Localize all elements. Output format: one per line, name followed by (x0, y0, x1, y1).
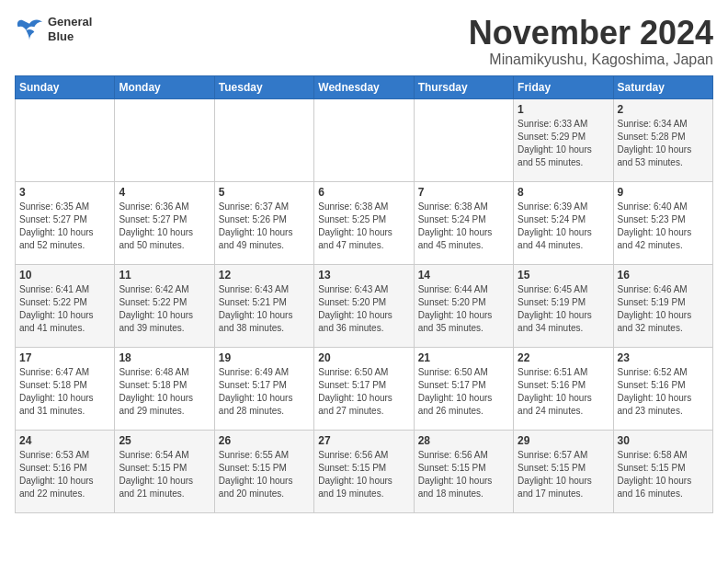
day-info: Sunrise: 6:41 AM Sunset: 5:22 PM Dayligh… (19, 283, 110, 335)
calendar-header-row: SundayMondayTuesdayWednesdayThursdayFrid… (16, 75, 713, 98)
day-number: 22 (518, 351, 609, 364)
calendar-day-cell: 9Sunrise: 6:40 AM Sunset: 5:23 PM Daylig… (613, 181, 712, 264)
calendar-day-cell: 18Sunrise: 6:48 AM Sunset: 5:18 PM Dayli… (115, 347, 214, 430)
day-number: 10 (19, 269, 110, 282)
calendar-day-cell: 29Sunrise: 6:57 AM Sunset: 5:15 PM Dayli… (514, 430, 613, 512)
day-info: Sunrise: 6:50 AM Sunset: 5:17 PM Dayligh… (318, 366, 409, 418)
calendar-day-cell: 11Sunrise: 6:42 AM Sunset: 5:22 PM Dayli… (115, 264, 214, 347)
location-title: Minamikyushu, Kagoshima, Japan (469, 52, 713, 68)
day-number: 2 (618, 103, 709, 116)
day-number: 15 (518, 269, 609, 282)
day-info: Sunrise: 6:36 AM Sunset: 5:27 PM Dayligh… (119, 201, 210, 252)
day-info: Sunrise: 6:52 AM Sunset: 5:16 PM Dayligh… (618, 366, 709, 418)
day-number: 25 (119, 434, 210, 447)
calendar-day-cell (314, 98, 414, 181)
day-number: 8 (518, 186, 609, 199)
day-number: 3 (19, 186, 110, 199)
weekday-header: Monday (115, 75, 214, 98)
calendar-day-cell: 23Sunrise: 6:52 AM Sunset: 5:16 PM Dayli… (613, 347, 712, 430)
day-info: Sunrise: 6:50 AM Sunset: 5:17 PM Dayligh… (418, 366, 509, 418)
calendar-week-row: 24Sunrise: 6:53 AM Sunset: 5:16 PM Dayli… (16, 430, 713, 512)
weekday-header: Friday (514, 75, 613, 98)
calendar-day-cell: 13Sunrise: 6:43 AM Sunset: 5:20 PM Dayli… (314, 264, 414, 347)
logo: General Blue (15, 15, 92, 43)
calendar-day-cell: 10Sunrise: 6:41 AM Sunset: 5:22 PM Dayli… (16, 264, 115, 347)
day-number: 5 (219, 186, 310, 199)
day-number: 23 (618, 351, 709, 364)
day-number: 6 (318, 186, 409, 199)
weekday-header: Thursday (414, 75, 513, 98)
calendar-day-cell: 14Sunrise: 6:44 AM Sunset: 5:20 PM Dayli… (414, 264, 513, 347)
calendar-day-cell: 6Sunrise: 6:38 AM Sunset: 5:25 PM Daylig… (314, 181, 414, 264)
day-number: 1 (518, 103, 609, 116)
weekday-header: Wednesday (314, 75, 414, 98)
day-info: Sunrise: 6:55 AM Sunset: 5:15 PM Dayligh… (219, 449, 310, 500)
calendar-day-cell: 12Sunrise: 6:43 AM Sunset: 5:21 PM Dayli… (214, 264, 313, 347)
day-number: 21 (418, 351, 509, 364)
month-title: November 2024 (469, 15, 713, 52)
day-info: Sunrise: 6:38 AM Sunset: 5:25 PM Dayligh… (318, 201, 409, 252)
day-info: Sunrise: 6:34 AM Sunset: 5:28 PM Dayligh… (618, 118, 709, 169)
day-info: Sunrise: 6:33 AM Sunset: 5:29 PM Dayligh… (518, 118, 609, 169)
day-info: Sunrise: 6:51 AM Sunset: 5:16 PM Dayligh… (518, 366, 609, 418)
calendar-day-cell: 15Sunrise: 6:45 AM Sunset: 5:19 PM Dayli… (514, 264, 613, 347)
day-info: Sunrise: 6:43 AM Sunset: 5:20 PM Dayligh… (318, 283, 409, 335)
calendar-day-cell (16, 98, 115, 181)
day-number: 29 (518, 434, 609, 447)
weekday-header: Sunday (16, 75, 115, 98)
calendar-day-cell: 20Sunrise: 6:50 AM Sunset: 5:17 PM Dayli… (314, 347, 414, 430)
day-info: Sunrise: 6:54 AM Sunset: 5:15 PM Dayligh… (119, 449, 210, 500)
day-info: Sunrise: 6:46 AM Sunset: 5:19 PM Dayligh… (618, 283, 709, 335)
day-number: 17 (19, 351, 110, 364)
day-info: Sunrise: 6:47 AM Sunset: 5:18 PM Dayligh… (19, 366, 110, 418)
day-number: 28 (418, 434, 509, 447)
calendar-day-cell (214, 98, 313, 181)
day-number: 26 (219, 434, 310, 447)
day-info: Sunrise: 6:37 AM Sunset: 5:26 PM Dayligh… (219, 201, 310, 252)
weekday-header: Tuesday (214, 75, 313, 98)
day-info: Sunrise: 6:38 AM Sunset: 5:24 PM Dayligh… (418, 201, 509, 252)
day-number: 30 (618, 434, 709, 447)
calendar-day-cell: 30Sunrise: 6:58 AM Sunset: 5:15 PM Dayli… (613, 430, 712, 512)
weekday-header: Saturday (613, 75, 712, 98)
logo-line1: General (48, 15, 92, 29)
day-number: 7 (418, 186, 509, 199)
calendar-day-cell: 26Sunrise: 6:55 AM Sunset: 5:15 PM Dayli… (214, 430, 313, 512)
calendar-day-cell: 17Sunrise: 6:47 AM Sunset: 5:18 PM Dayli… (16, 347, 115, 430)
day-number: 20 (318, 351, 409, 364)
calendar-day-cell: 22Sunrise: 6:51 AM Sunset: 5:16 PM Dayli… (514, 347, 613, 430)
day-info: Sunrise: 6:39 AM Sunset: 5:24 PM Dayligh… (518, 201, 609, 252)
page-header: General Blue November 2024 Minamikyushu,… (15, 15, 713, 68)
day-number: 12 (219, 269, 310, 282)
calendar-day-cell: 8Sunrise: 6:39 AM Sunset: 5:24 PM Daylig… (514, 181, 613, 264)
calendar-day-cell (414, 98, 513, 181)
logo-line2: Blue (48, 29, 92, 44)
day-number: 14 (418, 269, 509, 282)
day-info: Sunrise: 6:56 AM Sunset: 5:15 PM Dayligh… (418, 449, 509, 500)
calendar-body: 1Sunrise: 6:33 AM Sunset: 5:29 PM Daylig… (16, 98, 713, 512)
day-number: 4 (119, 186, 210, 199)
calendar-day-cell: 16Sunrise: 6:46 AM Sunset: 5:19 PM Dayli… (613, 264, 712, 347)
day-info: Sunrise: 6:44 AM Sunset: 5:20 PM Dayligh… (418, 283, 509, 335)
day-number: 24 (19, 434, 110, 447)
day-number: 9 (618, 186, 709, 199)
day-info: Sunrise: 6:42 AM Sunset: 5:22 PM Dayligh… (119, 283, 210, 335)
calendar-day-cell: 24Sunrise: 6:53 AM Sunset: 5:16 PM Dayli… (16, 430, 115, 512)
day-info: Sunrise: 6:45 AM Sunset: 5:19 PM Dayligh… (518, 283, 609, 335)
calendar-day-cell: 27Sunrise: 6:56 AM Sunset: 5:15 PM Dayli… (314, 430, 414, 512)
day-number: 13 (318, 269, 409, 282)
calendar-day-cell: 3Sunrise: 6:35 AM Sunset: 5:27 PM Daylig… (16, 181, 115, 264)
calendar-day-cell: 5Sunrise: 6:37 AM Sunset: 5:26 PM Daylig… (214, 181, 313, 264)
day-info: Sunrise: 6:43 AM Sunset: 5:21 PM Dayligh… (219, 283, 310, 335)
day-info: Sunrise: 6:57 AM Sunset: 5:15 PM Dayligh… (518, 449, 609, 500)
calendar-week-row: 17Sunrise: 6:47 AM Sunset: 5:18 PM Dayli… (16, 347, 713, 430)
calendar-week-row: 10Sunrise: 6:41 AM Sunset: 5:22 PM Dayli… (16, 264, 713, 347)
calendar-day-cell: 19Sunrise: 6:49 AM Sunset: 5:17 PM Dayli… (214, 347, 313, 430)
calendar-day-cell: 2Sunrise: 6:34 AM Sunset: 5:28 PM Daylig… (613, 98, 712, 181)
calendar-table: SundayMondayTuesdayWednesdayThursdayFrid… (15, 75, 713, 513)
day-info: Sunrise: 6:58 AM Sunset: 5:15 PM Dayligh… (618, 449, 709, 500)
calendar-day-cell: 4Sunrise: 6:36 AM Sunset: 5:27 PM Daylig… (115, 181, 214, 264)
calendar-day-cell: 7Sunrise: 6:38 AM Sunset: 5:24 PM Daylig… (414, 181, 513, 264)
day-number: 16 (618, 269, 709, 282)
calendar-day-cell: 1Sunrise: 6:33 AM Sunset: 5:29 PM Daylig… (514, 98, 613, 181)
